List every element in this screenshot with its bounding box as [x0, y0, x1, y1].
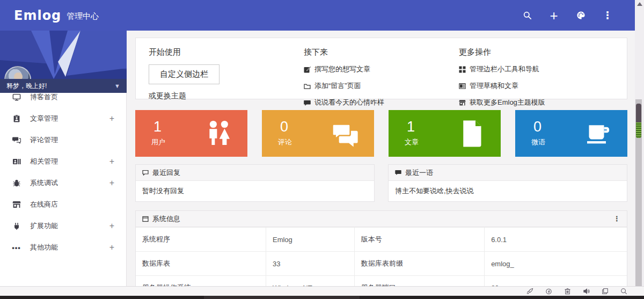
articles-label: 文章: [405, 137, 419, 147]
welcome-next-column: 接下来 撰写您的想写文章 添加“留言”页面 说说看今天的心情咋样: [304, 47, 459, 90]
newspaper-icon: [459, 83, 466, 90]
recent-replies-empty-text: 暂时没有回复: [136, 181, 374, 201]
bug-icon: [12, 179, 21, 188]
welcome-start-column: 开始使用 自定义侧边栏 或更换主题: [149, 47, 304, 90]
sys-value: 80: [485, 276, 627, 287]
header-title: 管理中心: [67, 11, 99, 21]
expand-plus-icon[interactable]: +: [109, 114, 114, 123]
change-theme-link[interactable]: 或更换主题: [149, 91, 304, 101]
speaker-icon[interactable]: [583, 288, 590, 295]
users-count: 1: [153, 119, 162, 135]
next-heading: 接下来: [304, 47, 459, 57]
customize-sidebar-button[interactable]: 自定义侧边栏: [149, 64, 219, 84]
sidebar-item-store[interactable]: 在线商店: [0, 194, 126, 215]
comment-outline-icon: [142, 170, 149, 176]
sidebar-item-debug[interactable]: 系统调试 +: [0, 172, 126, 194]
sys-label: 系统程序: [136, 228, 266, 252]
welcome-more-column: 更多操作 管理边栏小工具和导航 管理草稿和文章 获取更多Emlog主题模版: [459, 47, 614, 90]
magnifier-icon[interactable]: [620, 288, 628, 295]
idcard-icon: [12, 157, 21, 166]
sys-label: 服务器操作系统: [136, 276, 266, 287]
palette-icon[interactable]: [575, 10, 587, 21]
store-icon: [12, 200, 21, 209]
articles-count: 1: [407, 119, 415, 135]
weibo-count: 0: [533, 119, 541, 135]
users-icon: [203, 119, 233, 149]
recent-replies-header: 最近回复: [136, 165, 374, 181]
manage-drafts-link[interactable]: 管理草稿和文章: [459, 81, 614, 91]
expand-plus-icon[interactable]: +: [109, 157, 114, 166]
article-icon: [457, 119, 487, 149]
sidebar-item-other[interactable]: ••• 其他功能 +: [0, 237, 126, 258]
browser-scrollbar[interactable]: [635, 0, 644, 286]
sys-label: 数据库表: [136, 252, 266, 276]
windows-icon[interactable]: [602, 288, 609, 295]
sys-label: 数据库表前缀: [354, 252, 484, 276]
get-more-themes-link[interactable]: 获取更多Emlog主题模版: [459, 98, 614, 107]
panel-more-icon[interactable]: ⋮: [613, 215, 620, 223]
sidebar: 释梦，晚上好! ▼ 博客首页 文章管理 +: [0, 31, 127, 286]
recent-replies-panel: 最近回复 暂时没有回复: [135, 164, 375, 202]
sys-value: emlog_: [485, 252, 627, 276]
start-heading: 开始使用: [149, 47, 304, 57]
content-scrollbar-thumb[interactable]: [636, 104, 641, 138]
rocket-icon[interactable]: [526, 288, 534, 295]
stat-card-comments[interactable]: 0 评论: [262, 110, 374, 157]
add-icon[interactable]: +: [548, 10, 560, 21]
post-mood-link[interactable]: 说说看今天的心情咋样: [304, 98, 459, 107]
timer-icon[interactable]: [545, 288, 553, 295]
expand-plus-icon[interactable]: +: [109, 243, 114, 252]
main-content: 开始使用 自定义侧边栏 或更换主题 接下来 撰写您的想写文章 添加“留言”页面: [127, 31, 635, 286]
sidebar-hero-graphic: [0, 31, 127, 79]
header-actions: + ⋮: [521, 10, 621, 21]
sys-value: Windows NT: [266, 276, 354, 287]
sidebar-item-extensions[interactable]: 扩展功能 +: [0, 215, 126, 237]
emlog-admin-screen: Emlog 管理中心 + ⋮: [0, 0, 644, 299]
content-scrollbar-track[interactable]: [635, 99, 642, 286]
sys-label: 版本号: [354, 228, 484, 252]
ellipsis-icon: •••: [12, 243, 21, 252]
comments-count: 0: [280, 119, 288, 135]
weibo-label: 微语: [531, 137, 545, 147]
more-icon[interactable]: ⋮: [602, 10, 613, 21]
comment-filled-icon: [395, 170, 401, 176]
plug-icon: [12, 222, 21, 231]
comments-icon: [12, 136, 21, 145]
window-icon: [142, 216, 149, 222]
user-greeting-dropdown[interactable]: 释梦，晚上好! ▼: [0, 79, 127, 93]
emlog-logo: Emlog: [14, 8, 61, 23]
sidebar-nav: 博客首页 文章管理 + 评论管理: [0, 79, 126, 258]
comment-icon: [304, 99, 311, 106]
stat-cards: 1 用户 0 评论 1 文章: [135, 110, 627, 157]
stat-card-articles[interactable]: 1 文章: [389, 110, 501, 157]
users-label: 用户: [151, 137, 165, 147]
expand-plus-icon[interactable]: +: [109, 178, 114, 188]
sidebar-item-articles[interactable]: 文章管理 +: [0, 108, 126, 129]
recent-row: 最近回复 暂时没有回复 最近一语 博主不知要说啥,快去说说: [135, 164, 627, 202]
add-guestbook-page-link[interactable]: 添加“留言”页面: [304, 81, 459, 91]
expand-plus-icon[interactable]: +: [109, 221, 114, 231]
more-heading: 更多操作: [459, 47, 614, 57]
sys-value: Emlog: [266, 228, 354, 252]
scroll-up-icon[interactable]: [637, 2, 642, 6]
taskbar-strip: [0, 296, 644, 299]
app-header: Emlog 管理中心 + ⋮: [0, 0, 635, 31]
write-article-link[interactable]: 撰写您的想写文章: [304, 64, 459, 74]
table-row: 服务器操作系统 Windows NT 服务器端口 80: [136, 276, 627, 287]
clipboard-icon: [12, 114, 21, 123]
sidebar-item-related[interactable]: 相关管理 +: [0, 151, 126, 172]
search-icon[interactable]: [521, 10, 533, 21]
system-info-table: 系统程序 Emlog 版本号 6.0.1 数据库表 33 数据库表前缀 emlo…: [136, 227, 627, 286]
store-icon: [459, 99, 466, 106]
greeting-text: 释梦，晚上好!: [6, 82, 47, 91]
coffee-icon: [583, 119, 613, 149]
sidebar-item-comments[interactable]: 评论管理: [0, 129, 126, 151]
widgets-icon: [459, 66, 466, 73]
stat-card-users[interactable]: 1 用户: [135, 110, 247, 157]
manage-widgets-link[interactable]: 管理边栏小工具和导航: [459, 64, 614, 74]
trash-icon[interactable]: [564, 288, 572, 295]
monitor-icon: [12, 93, 21, 102]
system-info-panel: 系统信息 ⋮ 系统程序 Emlog 版本号 6.0.1 数据库表 33 数据库表…: [135, 210, 627, 286]
sys-label: 服务器端口: [354, 276, 484, 287]
stat-card-weibo[interactable]: 0 微语: [515, 110, 627, 157]
